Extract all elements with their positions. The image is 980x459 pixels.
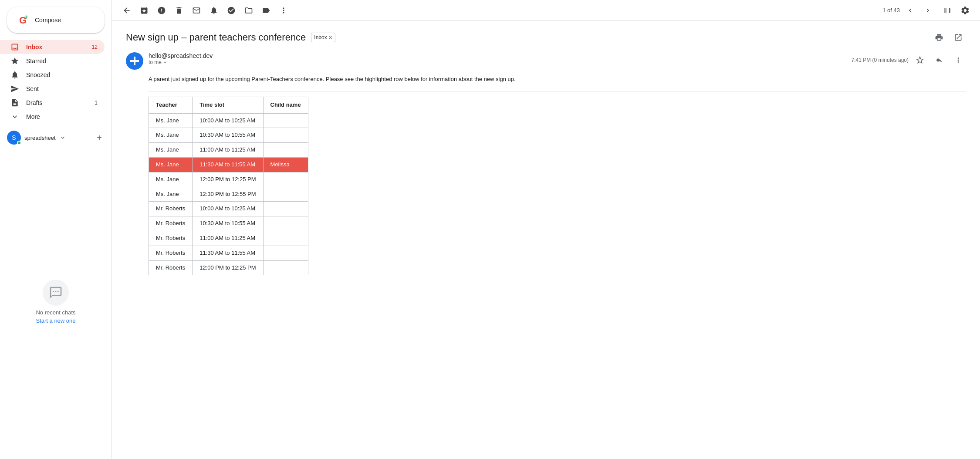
pagination: 1 of 43 <box>882 3 935 17</box>
account-row: S spreadsheet + <box>0 127 112 148</box>
chevron-down-icon <box>10 112 19 121</box>
message-meta: hello@spreadsheet.dev to me 7:41 PM (0 m… <box>126 52 966 70</box>
more-options-button[interactable] <box>276 3 291 18</box>
sidebar-item-drafts[interactable]: Drafts 1 <box>0 96 105 110</box>
report-spam-button[interactable] <box>154 3 169 18</box>
inbox-label: Inbox <box>26 44 85 51</box>
starred-label: Starred <box>26 57 98 64</box>
sidebar-nav: Inbox 12 Starred Snoozed Sent <box>0 40 112 124</box>
sidebar: G + Compose Inbox 12 Starred Snoo <box>0 0 112 459</box>
timestamp: 7:41 PM (0 minutes ago) <box>852 57 909 63</box>
table-row: Mr. Roberts10:00 AM to 10:25 AM <box>149 202 308 216</box>
prev-email-button[interactable] <box>903 3 917 17</box>
drafts-icon <box>10 98 19 107</box>
email-header-actions <box>931 30 966 45</box>
account-chevron-icon <box>59 134 66 141</box>
mark-unread-button[interactable] <box>189 3 204 18</box>
back-button[interactable] <box>119 3 135 18</box>
more-label: More <box>26 113 98 120</box>
snoozed-icon <box>10 71 19 79</box>
message-card: hello@spreadsheet.dev to me 7:41 PM (0 m… <box>126 52 966 275</box>
pagination-text: 1 of 43 <box>882 7 900 14</box>
table-row: Ms. Jane10:30 AM to 10:55 AM <box>149 128 308 143</box>
label-button[interactable] <box>258 3 274 18</box>
inbox-tag: Inbox × <box>311 33 335 42</box>
to-me[interactable]: to me <box>149 59 846 65</box>
to-me-text: to me <box>149 59 162 65</box>
star-icon <box>10 57 19 65</box>
next-email-button[interactable] <box>921 3 935 17</box>
table-row: Mr. Roberts11:30 AM to 11:55 AM <box>149 246 308 260</box>
svg-text:+: + <box>24 14 28 20</box>
more-message-options-button[interactable] <box>950 52 966 68</box>
table-row: Mr. Roberts11:00 AM to 11:25 AM <box>149 231 308 246</box>
avatar: S <box>7 131 21 145</box>
toolbar: 1 of 43 <box>112 0 980 21</box>
sidebar-item-starred[interactable]: Starred <box>0 54 105 68</box>
col-header-teacher: Teacher <box>149 97 193 113</box>
main-panel: 1 of 43 New sign up – parent teachers co… <box>112 0 980 459</box>
sent-icon <box>10 84 19 93</box>
add-account-button[interactable]: + <box>94 132 105 143</box>
snooze-button[interactable] <box>206 3 222 18</box>
print-button[interactable] <box>931 30 947 45</box>
sidebar-item-snoozed[interactable]: Snoozed <box>0 68 105 82</box>
input-selector-button[interactable] <box>940 3 956 18</box>
svg-rect-4 <box>130 60 139 62</box>
divider <box>149 91 966 91</box>
inbox-icon <box>10 43 19 51</box>
table-row: Ms. Jane11:00 AM to 11:25 AM <box>149 143 308 158</box>
sidebar-item-sent[interactable]: Sent <box>0 82 105 96</box>
table-row: Ms. Jane12:00 PM to 12:25 PM <box>149 172 308 187</box>
message-time: 7:41 PM (0 minutes ago) <box>852 52 966 68</box>
drafts-badge: 1 <box>95 100 98 106</box>
settings-button[interactable] <box>957 3 973 18</box>
compose-plus-icon: G + <box>17 14 30 26</box>
sender-avatar <box>126 52 143 70</box>
drafts-label: Drafts <box>26 99 88 106</box>
message-intro: A parent just signed up for the upcoming… <box>149 75 966 84</box>
col-header-timeslot: Time slot <box>193 97 263 113</box>
compose-button[interactable]: G + Compose <box>7 7 105 33</box>
table-header-row: Teacher Time slot Child name <box>149 97 308 113</box>
inbox-tag-close[interactable]: × <box>329 34 332 41</box>
sender-name: hello@spreadsheet.dev <box>149 52 213 59</box>
email-subject: New sign up – parent teachers conference… <box>126 32 335 43</box>
table-row: Ms. Jane12:30 PM to 12:55 PM <box>149 187 308 202</box>
schedule-table: Teacher Time slot Child name Ms. Jane10:… <box>149 97 308 276</box>
subject-text: New sign up – parent teachers conference <box>126 32 306 43</box>
email-subject-row: New sign up – parent teachers conference… <box>126 30 966 45</box>
col-header-child: Child name <box>263 97 308 113</box>
sent-label: Sent <box>26 85 98 92</box>
sender-info: hello@spreadsheet.dev to me <box>149 52 846 65</box>
chat-bubble-icon <box>43 280 69 306</box>
star-message-button[interactable] <box>912 52 928 68</box>
sidebar-item-more[interactable]: More <box>0 110 105 124</box>
table-row: Ms. Jane11:30 AM to 11:55 AMMelissa <box>149 157 308 172</box>
start-new-link[interactable]: Start a new one <box>36 317 75 324</box>
open-new-window-button[interactable] <box>950 30 966 45</box>
table-row: Mr. Roberts12:00 PM to 12:25 PM <box>149 260 308 275</box>
sidebar-item-inbox[interactable]: Inbox 12 <box>0 40 105 54</box>
no-chats-area: No recent chats Start a new one <box>0 148 112 456</box>
presence-dot <box>17 141 21 145</box>
snoozed-label: Snoozed <box>26 71 98 78</box>
table-row: Mr. Roberts10:30 AM to 10:55 AM <box>149 216 308 231</box>
message-body: A parent just signed up for the upcoming… <box>126 75 966 275</box>
inbox-tag-text: Inbox <box>314 34 327 40</box>
reply-button[interactable] <box>931 52 947 68</box>
add-task-button[interactable] <box>223 3 239 18</box>
inbox-badge: 12 <box>92 44 98 50</box>
archive-button[interactable] <box>136 3 152 18</box>
compose-label: Compose <box>35 17 61 24</box>
table-row: Ms. Jane10:00 AM to 10:25 AM <box>149 113 308 128</box>
email-view: New sign up – parent teachers conference… <box>112 21 980 459</box>
move-button[interactable] <box>241 3 257 18</box>
account-name: spreadsheet <box>24 135 56 141</box>
delete-button[interactable] <box>171 3 187 18</box>
no-chats-text: No recent chats <box>36 309 75 316</box>
